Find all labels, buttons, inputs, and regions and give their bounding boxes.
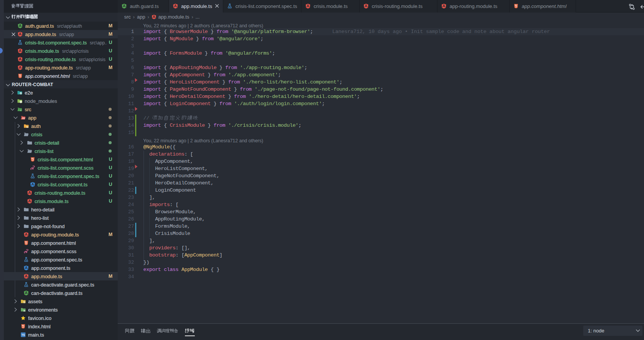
svg-text:TS: TS [22, 334, 25, 336]
